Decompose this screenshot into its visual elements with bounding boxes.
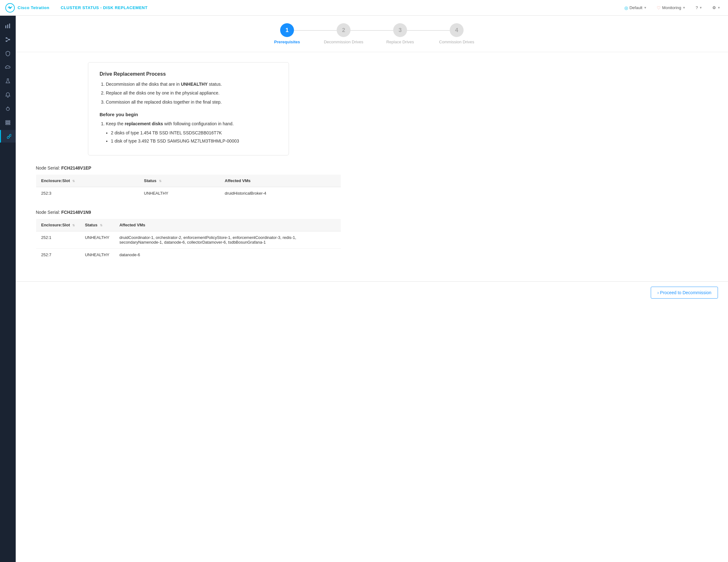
unhealthy-bold: UNHEALTHY bbox=[181, 82, 208, 87]
main-content: 1 Prerequisites 2 Decommission Drives 3 … bbox=[16, 16, 728, 562]
process-step-2: Replace all the disks one by one in the … bbox=[106, 90, 277, 96]
before-step-1: Keep the replacement disks with followin… bbox=[106, 120, 277, 145]
proceed-to-decommission-button[interactable]: › Proceed to Decommission bbox=[651, 286, 718, 298]
svg-rect-6 bbox=[6, 41, 7, 42]
cell-slot: 252:1 bbox=[36, 232, 80, 249]
info-box-title: Drive Replacement Process bbox=[100, 71, 277, 77]
svg-rect-4 bbox=[9, 24, 10, 28]
process-steps-list: Decommission all the disks that are in U… bbox=[100, 81, 277, 106]
content-area: Drive Replacement Process Decommission a… bbox=[16, 52, 361, 281]
svg-rect-14 bbox=[6, 122, 10, 123]
step-label-1: Prerequisites bbox=[274, 40, 300, 44]
cell-status: UNHEALTHY bbox=[80, 232, 114, 249]
svg-point-1 bbox=[9, 7, 11, 9]
steps-wizard: 1 Prerequisites 2 Decommission Drives 3 … bbox=[16, 16, 728, 52]
sort-icon: ⇅ bbox=[72, 224, 75, 227]
sidebar-item-alerts[interactable] bbox=[2, 89, 14, 101]
chevron-down-icon: ▼ bbox=[717, 6, 720, 9]
cell-vms: druidCoordinator-1, orchestrator-2, enfo… bbox=[114, 232, 341, 249]
col-header-vms-2: Affected VMs bbox=[114, 219, 341, 232]
cell-slot: 252:3 bbox=[36, 187, 139, 200]
sidebar-item-lab[interactable] bbox=[2, 75, 14, 87]
step-circle-1: 1 bbox=[280, 23, 294, 37]
page-title: CLUSTER STATUS - DISK REPLACEMENT bbox=[61, 5, 148, 10]
before-steps-list: Keep the replacement disks with followin… bbox=[100, 120, 277, 145]
node-serial-2: Node Serial: FCH2148V1N9 bbox=[36, 210, 341, 215]
cell-status: UNHEALTHY bbox=[139, 187, 220, 200]
cell-status: UNHEALTHY bbox=[80, 249, 114, 261]
disk-item-1: 2 disks of type 1.454 TB SSD INTEL SSDSC… bbox=[111, 129, 277, 136]
node-table-1: Enclosure:Slot ⇅ Status ⇅ Affected VMs bbox=[36, 174, 341, 200]
chevron-down-icon: ▼ bbox=[682, 6, 686, 9]
serial-value-2: FCH2148V1N9 bbox=[61, 210, 91, 215]
serial-value-1: FCH2148V1EP bbox=[61, 166, 91, 171]
process-step-3: Commission all the replaced disks togeth… bbox=[106, 99, 277, 106]
disk-item-2: 1 disk of type 3.492 TB SSD SAMSUNG MZ7L… bbox=[111, 138, 277, 145]
footer-action-bar: › Proceed to Decommission bbox=[16, 281, 728, 303]
sidebar-item-analytics[interactable] bbox=[2, 19, 14, 32]
sort-icon: ⇅ bbox=[72, 179, 75, 183]
logo-area: Cisco Tetration bbox=[5, 3, 49, 13]
step-circle-2: 2 bbox=[337, 23, 350, 37]
default-dropdown[interactable]: ◎ Default ▼ bbox=[622, 4, 649, 12]
sort-icon: ⇅ bbox=[100, 224, 102, 227]
svg-rect-2 bbox=[5, 25, 6, 28]
svg-rect-13 bbox=[6, 121, 10, 122]
sidebar-item-tools[interactable] bbox=[0, 130, 16, 143]
node-section-2: Node Serial: FCH2148V1N9 Enclosure:Slot … bbox=[36, 210, 341, 261]
sidebar bbox=[0, 16, 16, 562]
svg-rect-5 bbox=[6, 37, 7, 39]
table-row: 252:3 UNHEALTHY druidHistoricalBroker-4 bbox=[36, 187, 341, 200]
step-label-3: Replace Drives bbox=[386, 40, 414, 44]
svg-line-8 bbox=[7, 38, 8, 40]
app-title: Cisco Tetration bbox=[18, 5, 49, 10]
chevron-down-icon: ▼ bbox=[644, 6, 647, 9]
svg-rect-15 bbox=[6, 124, 10, 125]
cell-vms: druidHistoricalBroker-4 bbox=[220, 187, 341, 200]
cisco-tetration-logo bbox=[5, 3, 15, 13]
top-navigation: Cisco Tetration CLUSTER STATUS - DISK RE… bbox=[0, 0, 728, 16]
cell-slot: 252:7 bbox=[36, 249, 80, 261]
col-header-vms-1: Affected VMs bbox=[220, 175, 341, 187]
sidebar-item-power[interactable] bbox=[2, 102, 14, 115]
info-box: Drive Replacement Process Decommission a… bbox=[88, 62, 289, 156]
step-decommission[interactable]: 2 Decommission Drives bbox=[315, 23, 372, 44]
replacement-disks-bold: replacement disks bbox=[125, 121, 163, 126]
sidebar-item-inventory[interactable] bbox=[2, 116, 14, 129]
chevron-down-icon: ▼ bbox=[699, 6, 702, 9]
step-replace[interactable]: 3 Replace Drives bbox=[372, 23, 428, 44]
disk-list: 2 disks of type 1.454 TB SSD INTEL SSDSC… bbox=[106, 129, 277, 145]
col-header-slot-2[interactable]: Enclosure:Slot ⇅ bbox=[36, 219, 80, 232]
step-label-2: Decommission Drives bbox=[324, 40, 363, 44]
col-header-slot-1[interactable]: Enclosure:Slot ⇅ bbox=[36, 175, 139, 187]
settings-dropdown[interactable]: ⚙ ▼ bbox=[710, 4, 723, 11]
sort-icon: ⇅ bbox=[159, 179, 161, 183]
sidebar-item-topology[interactable] bbox=[2, 33, 14, 46]
sidebar-item-cloud[interactable] bbox=[2, 61, 14, 74]
step-circle-3: 3 bbox=[393, 23, 407, 37]
svg-rect-7 bbox=[8, 39, 10, 40]
col-header-status-1[interactable]: Status ⇅ bbox=[139, 175, 220, 187]
step-circle-4: 4 bbox=[450, 23, 464, 37]
step-commission[interactable]: 4 Commission Drives bbox=[428, 23, 485, 44]
topnav-right: ◎ Default ▼ ♡ Monitoring ▼ ? ▼ ⚙ ▼ bbox=[622, 4, 723, 12]
svg-rect-3 bbox=[7, 25, 8, 28]
step-prerequisites[interactable]: 1 Prerequisites bbox=[259, 23, 315, 44]
cell-vms: datanode-6 bbox=[114, 249, 341, 261]
node-serial-1: Node Serial: FCH2148V1EP bbox=[36, 166, 341, 171]
process-step-1: Decommission all the disks that are in U… bbox=[106, 81, 277, 88]
svg-line-9 bbox=[7, 40, 8, 41]
table-row: 252:1 UNHEALTHY druidCoordinator-1, orch… bbox=[36, 232, 341, 249]
col-header-status-2[interactable]: Status ⇅ bbox=[80, 219, 114, 232]
sidebar-item-security[interactable] bbox=[2, 47, 14, 60]
before-title: Before you begin bbox=[100, 112, 277, 117]
node-table-2: Enclosure:Slot ⇅ Status ⇅ Affected VMs bbox=[36, 219, 341, 261]
table-row: 252:7 UNHEALTHY datanode-6 bbox=[36, 249, 341, 261]
node-section-1: Node Serial: FCH2148V1EP Enclosure:Slot … bbox=[36, 166, 341, 200]
step-label-4: Commission Drives bbox=[439, 40, 474, 44]
help-dropdown[interactable]: ? ▼ bbox=[693, 4, 705, 11]
monitoring-dropdown[interactable]: ♡ Monitoring ▼ bbox=[654, 4, 688, 12]
